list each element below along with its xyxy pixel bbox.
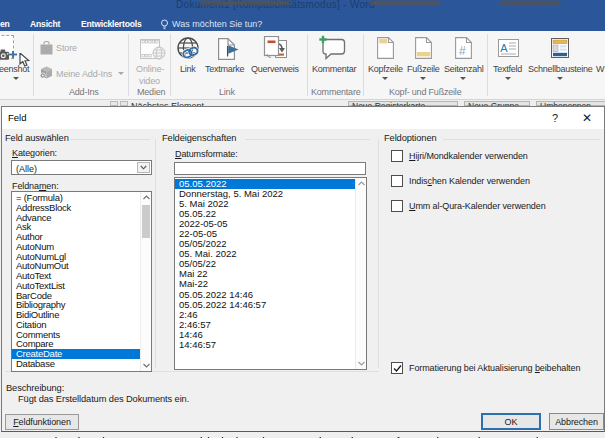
- svg-text:A: A: [500, 42, 508, 54]
- svg-text:#: #: [459, 44, 466, 58]
